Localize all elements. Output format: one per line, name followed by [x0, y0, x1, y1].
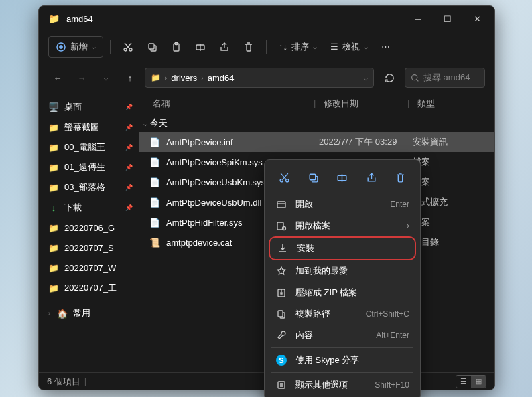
ctx-copy-button[interactable] — [303, 167, 324, 188]
ctx-favorites[interactable]: 加到我的最愛 — [269, 260, 416, 282]
svg-rect-16 — [278, 311, 283, 317]
file-type: 檔案 — [413, 156, 494, 168]
folder-icon: 📁 — [48, 223, 59, 233]
sidebar-item[interactable]: 📁01_遠傳生📌 — [39, 157, 139, 177]
file-type: 檔案 — [413, 176, 494, 188]
rename-button[interactable] — [190, 36, 211, 58]
sidebar-item[interactable]: 📁20220707_S — [39, 238, 139, 258]
sidebar-label: 03_部落格 — [64, 181, 105, 193]
sidebar-frequent[interactable]: ›🏠常用 — [39, 303, 139, 323]
close-button[interactable]: ✕ — [462, 6, 492, 31]
ctx-delete-button[interactable] — [389, 167, 411, 188]
sidebar-item[interactable]: 📁00_電腦王📌 — [39, 137, 139, 157]
cut-button[interactable] — [117, 36, 139, 58]
sidebar-item[interactable]: 🖥️桌面📌 — [39, 97, 139, 117]
more-icon — [275, 380, 287, 390]
wrench-icon — [275, 330, 287, 341]
file-date: 2022/7/7 下午 03:29 — [319, 136, 413, 148]
ctx-open-with[interactable]: 開啟檔案› — [269, 215, 416, 236]
sidebar-label: 20220707_W — [64, 263, 116, 273]
chevron-down-icon[interactable]: ⌵ — [364, 74, 368, 82]
svg-rect-10 — [310, 174, 316, 180]
forward-button[interactable]: → — [72, 68, 91, 87]
sidebar-label: 01_遠傳生 — [64, 161, 105, 173]
maximize-button[interactable]: ☐ — [433, 6, 462, 31]
open-icon — [275, 199, 287, 210]
sidebar-item[interactable]: ↓下載📌 — [39, 197, 139, 218]
tiles-view-icon[interactable]: ▦ — [471, 376, 486, 388]
folder-icon: 📁 — [48, 243, 59, 253]
ctx-share-button[interactable] — [360, 167, 382, 188]
date-group[interactable]: ⌵今天 — [139, 114, 494, 132]
file-icon: 📄 — [149, 197, 161, 208]
new-button[interactable]: 新增 ⌵ — [48, 36, 103, 58]
file-icon: 📜 — [149, 238, 161, 248]
pin-icon: 📌 — [125, 124, 133, 131]
col-type[interactable]: |類型 — [407, 98, 494, 110]
star-icon — [275, 266, 287, 276]
file-type: 性目錄 — [413, 236, 494, 248]
sidebar-item[interactable]: 📁20220706_G — [39, 218, 139, 238]
file-type: 檔案 — [413, 216, 494, 228]
back-button[interactable]: ← — [48, 68, 67, 87]
svg-point-1 — [124, 48, 127, 51]
copy-button[interactable] — [141, 36, 163, 58]
item-count: 6 個項目 — [47, 376, 80, 388]
search-placeholder: 搜尋 amd64 — [423, 72, 470, 84]
recent-button[interactable]: ⌵ — [96, 68, 115, 87]
file-name: AmtPtpDevice.inf — [166, 137, 319, 147]
address-bar[interactable]: 📁 › drivers › amd64 ⌵ — [145, 68, 374, 88]
ctx-copy-path[interactable]: 複製路徑Ctrl+Shift+C — [269, 303, 416, 325]
folder-icon: 📁 — [48, 143, 59, 153]
sidebar-label: 20220706_G — [64, 223, 115, 233]
sidebar-item[interactable]: 📁20220707_W — [39, 258, 139, 278]
svg-point-9 — [286, 179, 289, 181]
view-switcher[interactable]: ☰ ▦ — [456, 375, 486, 388]
col-name[interactable]: 名稱 — [139, 98, 314, 110]
breadcrumb-segment[interactable]: drivers — [171, 73, 197, 83]
paste-button[interactable] — [165, 36, 187, 58]
share-button[interactable] — [214, 36, 235, 58]
context-menu: 開啟Enter 開啟檔案› 安裝 加到我的最愛 壓縮成 ZIP 檔案 複製路徑C… — [264, 159, 421, 397]
sidebar-label: 20220707_工 — [64, 282, 117, 294]
sort-label: 排序 — [291, 41, 309, 53]
breadcrumb-segment[interactable]: amd64 — [208, 73, 235, 83]
refresh-button[interactable] — [379, 68, 399, 88]
ctx-properties[interactable]: 內容Alt+Enter — [269, 325, 416, 346]
navbar: ← → ⌵ ↑ 📁 › drivers › amd64 ⌵ 搜尋 amd64 — [39, 62, 494, 93]
window-title: amd64 — [66, 14, 403, 24]
new-label: 新增 — [70, 41, 88, 53]
pin-icon: 📌 — [125, 164, 133, 171]
more-button[interactable]: ⋯ — [376, 36, 395, 58]
folder-icon: ↓ — [48, 203, 59, 213]
details-view-icon[interactable]: ☰ — [456, 376, 471, 388]
file-icon: 📄 — [149, 157, 161, 167]
column-headers: 名稱 |修改日期 |類型 — [139, 93, 494, 114]
toolbar: 新增 ⌵ ↑↓ 排序 ⌵ ☰ 檢視 ⌵ ⋯ — [39, 31, 494, 62]
sort-button[interactable]: ↑↓ 排序 ⌵ — [273, 36, 322, 58]
ctx-rename-button[interactable] — [332, 167, 353, 188]
chevron-icon: › — [201, 74, 203, 82]
view-button[interactable]: ☰ 檢視 ⌵ — [325, 36, 373, 58]
ctx-open[interactable]: 開啟Enter — [269, 193, 416, 215]
file-row[interactable]: 📄AmtPtpDevice.inf2022/7/7 下午 03:29安裝資訊 — [139, 132, 494, 152]
svg-point-7 — [412, 74, 417, 80]
titlebar[interactable]: 📁 amd64 ─ ☐ ✕ — [39, 6, 494, 31]
up-button[interactable]: ↑ — [121, 68, 139, 87]
col-date[interactable]: |修改日期 — [314, 98, 407, 110]
delete-button[interactable] — [238, 36, 259, 58]
sidebar-item[interactable]: 📁螢幕截圖📌 — [39, 117, 139, 137]
ctx-skype[interactable]: S 使用 Skype 分享 — [269, 349, 416, 371]
sidebar-item[interactable]: 📁03_部落格📌 — [39, 177, 139, 197]
ctx-more-options[interactable]: 顯示其他選項Shift+F10 — [269, 374, 416, 396]
ctx-cut-button[interactable] — [274, 167, 295, 188]
sidebar-item[interactable]: 📁20220707_工 — [39, 278, 139, 298]
folder-icon: 📁 — [48, 263, 59, 273]
minimize-button[interactable]: ─ — [403, 6, 433, 31]
ctx-install[interactable]: 安裝 — [269, 236, 416, 260]
folder-icon: 🖥️ — [48, 102, 59, 112]
ctx-zip[interactable]: 壓縮成 ZIP 檔案 — [269, 282, 416, 303]
search-input[interactable]: 搜尋 amd64 — [405, 68, 485, 88]
pin-icon: 📌 — [125, 184, 133, 191]
sidebar-label: 桌面 — [64, 101, 82, 113]
